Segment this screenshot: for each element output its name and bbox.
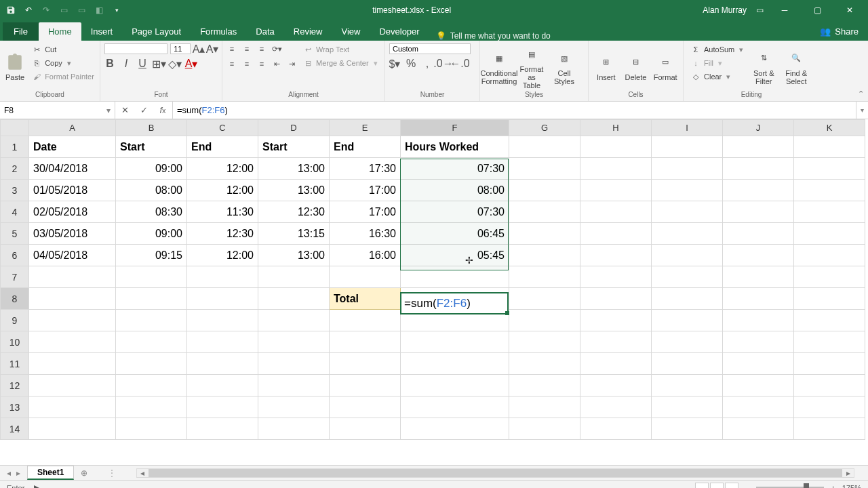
format-as-table-button[interactable]: ▤Format as Table bbox=[517, 43, 547, 91]
cell[interactable] bbox=[509, 396, 580, 418]
font-family-select[interactable] bbox=[104, 43, 167, 54]
cell[interactable] bbox=[580, 180, 652, 201]
cell[interactable]: 07:30 bbox=[401, 158, 509, 180]
name-box-dropdown-icon[interactable]: ▾ bbox=[106, 106, 111, 115]
sheet-nav-prev-icon[interactable]: ◂ bbox=[7, 468, 11, 478]
cell[interactable] bbox=[29, 396, 116, 418]
insert-cells-button[interactable]: ⊞Insert bbox=[593, 43, 620, 91]
cell[interactable]: 09:00 bbox=[116, 223, 187, 245]
cell[interactable] bbox=[258, 288, 330, 310]
cell[interactable]: 17:30 bbox=[330, 158, 401, 180]
cell[interactable] bbox=[330, 418, 401, 440]
cell[interactable] bbox=[580, 375, 652, 396]
cell[interactable] bbox=[794, 223, 865, 245]
cell[interactable]: Start bbox=[258, 136, 330, 158]
tab-formulas[interactable]: Formulas bbox=[191, 22, 246, 41]
wrap-text-button[interactable]: ↩Wrap Text bbox=[300, 43, 380, 56]
cell[interactable]: 01/05/2018 bbox=[29, 180, 116, 201]
cell[interactable] bbox=[794, 353, 865, 375]
cell[interactable]: 03/05/2018 bbox=[29, 223, 116, 245]
row-header-3[interactable]: 3 bbox=[1, 180, 29, 201]
cell[interactable] bbox=[723, 418, 794, 440]
row-header-5[interactable]: 5 bbox=[1, 223, 29, 245]
cell[interactable]: 12:00 bbox=[187, 180, 258, 201]
find-select-button[interactable]: 🔍Find & Select bbox=[781, 43, 811, 91]
cell[interactable] bbox=[509, 331, 580, 353]
cell[interactable] bbox=[794, 375, 865, 396]
format-painter-button[interactable]: 🖌Format Painter bbox=[28, 70, 97, 83]
cell[interactable] bbox=[29, 266, 116, 288]
tell-me-search[interactable]: 💡 Tell me what you want to do bbox=[436, 31, 551, 41]
cell[interactable] bbox=[794, 310, 865, 331]
cell[interactable] bbox=[723, 353, 794, 375]
cell[interactable] bbox=[187, 418, 258, 440]
zoom-level[interactable]: 175% bbox=[842, 484, 861, 489]
close-icon[interactable]: ✕ bbox=[838, 0, 861, 20]
sheet-nav-next-icon[interactable]: ▸ bbox=[16, 468, 20, 478]
cell[interactable] bbox=[116, 310, 187, 331]
cell[interactable] bbox=[794, 288, 865, 310]
cell[interactable] bbox=[116, 331, 187, 353]
cell[interactable] bbox=[794, 136, 865, 158]
cell[interactable]: 08:30 bbox=[116, 201, 187, 223]
cell[interactable] bbox=[652, 201, 723, 223]
align-center-icon[interactable]: ≡ bbox=[241, 58, 252, 69]
ribbon-display-icon[interactable]: ▭ bbox=[756, 5, 764, 15]
cell[interactable] bbox=[29, 331, 116, 353]
cell[interactable] bbox=[652, 310, 723, 331]
tab-data[interactable]: Data bbox=[246, 22, 283, 41]
cell[interactable] bbox=[723, 136, 794, 158]
cell[interactable]: 11:30 bbox=[187, 201, 258, 223]
tab-page-layout[interactable]: Page Layout bbox=[122, 22, 191, 41]
tab-split-icon[interactable]: ⋮ bbox=[108, 468, 116, 478]
cell[interactable] bbox=[723, 331, 794, 353]
cell[interactable] bbox=[580, 266, 652, 288]
cell[interactable]: 16:00 bbox=[330, 245, 401, 266]
cell[interactable] bbox=[509, 136, 580, 158]
cell[interactable] bbox=[580, 331, 652, 353]
cell[interactable]: 12:00 bbox=[187, 245, 258, 266]
tab-home[interactable]: Home bbox=[39, 22, 81, 41]
cell[interactable]: 16:30 bbox=[330, 223, 401, 245]
cell[interactable] bbox=[401, 353, 509, 375]
cell[interactable]: 13:00 bbox=[258, 158, 330, 180]
cell[interactable] bbox=[330, 331, 401, 353]
conditional-formatting-button[interactable]: ▦Conditional Formatting bbox=[484, 43, 514, 91]
col-header-I[interactable]: I bbox=[652, 120, 723, 136]
cell[interactable] bbox=[794, 418, 865, 440]
cell[interactable] bbox=[258, 266, 330, 288]
cell[interactable] bbox=[652, 353, 723, 375]
cell[interactable] bbox=[29, 418, 116, 440]
row-header-7[interactable]: 7 bbox=[1, 266, 29, 288]
cell[interactable] bbox=[187, 310, 258, 331]
cell[interactable] bbox=[652, 245, 723, 266]
fill-color-button[interactable]: ◇▾ bbox=[170, 58, 180, 69]
cell[interactable]: 13:00 bbox=[258, 245, 330, 266]
row-header-10[interactable]: 10 bbox=[1, 331, 29, 353]
border-button[interactable]: ⊞▾ bbox=[153, 58, 164, 69]
cell[interactable] bbox=[652, 136, 723, 158]
cell[interactable] bbox=[116, 375, 187, 396]
cell[interactable]: 12:30 bbox=[187, 223, 258, 245]
collapse-ribbon-icon[interactable]: ⌃ bbox=[858, 89, 864, 98]
row-header-12[interactable]: 12 bbox=[1, 375, 29, 396]
cell[interactable]: 17:00 bbox=[330, 201, 401, 223]
cell[interactable] bbox=[794, 201, 865, 223]
cell[interactable] bbox=[509, 245, 580, 266]
cell[interactable] bbox=[652, 180, 723, 201]
cell[interactable]: 13:15 bbox=[258, 223, 330, 245]
cell[interactable] bbox=[723, 201, 794, 223]
cell[interactable] bbox=[187, 353, 258, 375]
cell[interactable] bbox=[652, 375, 723, 396]
cell[interactable] bbox=[580, 310, 652, 331]
cell[interactable]: 08:00 bbox=[401, 180, 509, 201]
cell[interactable] bbox=[509, 418, 580, 440]
cell[interactable] bbox=[652, 288, 723, 310]
cell[interactable] bbox=[794, 266, 865, 288]
cell[interactable]: 12:30 bbox=[258, 201, 330, 223]
percent-format-icon[interactable]: % bbox=[406, 58, 416, 69]
hscroll-left-icon[interactable]: ◂ bbox=[137, 468, 148, 478]
cell[interactable] bbox=[794, 396, 865, 418]
cell[interactable] bbox=[258, 353, 330, 375]
qat-icon-2[interactable]: ▭ bbox=[76, 5, 87, 16]
